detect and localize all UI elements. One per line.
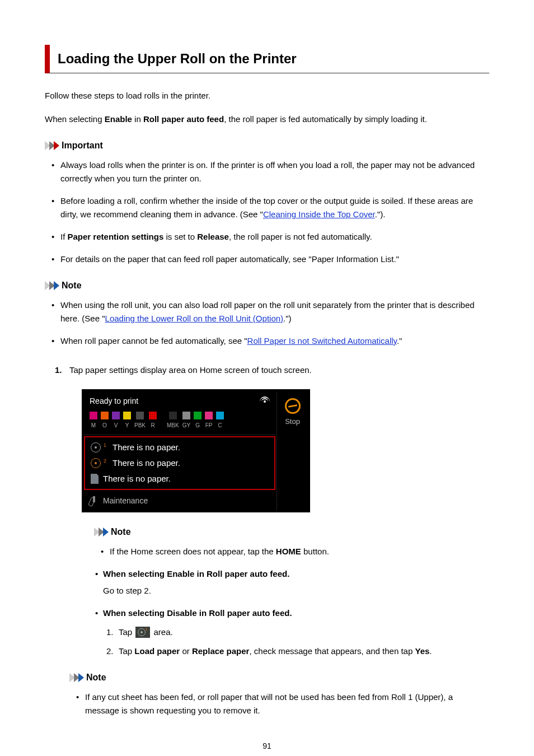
link-loading-lower-roll[interactable]: Loading the Lower Roll on the Roll Unit … <box>105 314 284 323</box>
note-list-3: If any cut sheet has been fed, or roll p… <box>69 690 489 717</box>
roll1-icon <box>91 442 101 452</box>
note-label: Note <box>111 525 131 539</box>
step-1-text: Tap paper settings display area on Home … <box>69 365 312 375</box>
text: area. <box>151 627 172 637</box>
important-item-3: If Paper retention settings is set to Re… <box>60 230 489 244</box>
note-label: Note <box>62 278 82 293</box>
ink-label: Y <box>125 421 129 430</box>
page-number: 91 <box>45 740 489 752</box>
text: When selecting <box>45 114 105 124</box>
note-callout-2: Note If the Home screen does not appear,… <box>94 525 489 558</box>
ink-swatch <box>169 412 177 419</box>
note-header: Note <box>45 278 489 293</box>
case-list: When selecting Enable in Roll paper auto… <box>94 567 489 658</box>
ink-fp: FP <box>205 412 213 430</box>
screen-status-bar: Ready to print <box>84 391 275 408</box>
roll2-icon <box>91 458 101 468</box>
note-list-2: If the Home screen does not appear, tap … <box>94 545 489 558</box>
ink-swatch <box>90 412 97 419</box>
ink-c: C <box>216 412 224 430</box>
ink-y: Y <box>123 412 131 430</box>
ink-label: R <box>151 421 154 430</box>
bold-roll-auto-feed: Roll paper auto feed <box>143 114 224 124</box>
ink-swatch <box>205 412 213 419</box>
note-header: Note <box>94 525 489 539</box>
ink-swatch <box>123 412 131 419</box>
ink-label: G <box>195 421 200 430</box>
ink-label: FP <box>205 421 213 430</box>
important-list: Always load rolls when the printer is on… <box>45 158 489 266</box>
ink-g: G <box>194 412 202 430</box>
ink-m: M <box>90 412 97 430</box>
ink-mbk: MBK <box>167 412 179 430</box>
note3-item-1: If any cut sheet has been fed, or roll p… <box>85 690 489 717</box>
text: If the Home screen does not appear, tap … <box>110 547 276 556</box>
text: ."). <box>375 209 386 219</box>
roll1-status: There is no paper. <box>113 441 180 454</box>
chevrons-icon <box>45 141 58 150</box>
important-item-2: Before loading a roll, confirm whether t… <box>60 194 489 221</box>
bold-yes: Yes <box>415 646 429 656</box>
important-item-1: Always load rolls when the printer is on… <box>60 158 489 185</box>
ink-label: V <box>114 421 118 430</box>
bold-paper-retention: Paper retention settings <box>68 232 164 241</box>
link-cleaning-top-cover[interactable]: Cleaning Inside the Top Cover <box>263 209 375 219</box>
roll1-badge-icon: 1 <box>135 627 150 638</box>
ink-swatch <box>194 412 202 419</box>
page-title: Loading the Upper Roll on the Printer <box>58 48 489 69</box>
chevrons-icon <box>69 673 83 682</box>
bold-replace-paper: Replace paper <box>192 646 250 656</box>
case-disable-step-1: 1. Tap 1 area. <box>119 626 489 639</box>
step-number: 1. <box>55 363 62 377</box>
ink-swatch <box>149 412 157 419</box>
chevrons-icon <box>94 528 107 536</box>
screen-paper-settings-area[interactable]: 1 There is no paper. 2 There is no paper… <box>84 436 275 490</box>
screen-sheet-row: There is no paper. <box>91 472 269 486</box>
screen-roll2-row: 2 There is no paper. <box>91 456 269 470</box>
steps-list: 1. Tap paper settings display area on Ho… <box>45 363 489 717</box>
case-disable-heading: When selecting Disable in Roll paper aut… <box>103 608 292 618</box>
roll2-status: There is no paper. <box>113 456 180 470</box>
text: , the roll paper is fed automatically by… <box>224 114 427 124</box>
ink-swatch <box>182 412 190 419</box>
step-1: 1. Tap paper settings display area on Ho… <box>55 363 489 717</box>
text: , check message that appears, and then t… <box>249 646 415 656</box>
sheet-icon <box>91 474 99 484</box>
text: button. <box>301 547 329 556</box>
ink-group-2: MBKGYGFPC <box>167 412 224 430</box>
ink-swatch <box>136 412 144 419</box>
text: , the roll paper is not fed automaticall… <box>229 232 372 241</box>
ink-pbk: PBK <box>134 412 146 430</box>
link-roll-not-switched[interactable]: Roll Paper Is not Switched Automatically <box>247 336 397 346</box>
case-enable-body: Go to step 2. <box>103 584 489 598</box>
screen-stop-button[interactable]: Stop <box>277 391 308 511</box>
ink-o: O <box>101 412 109 430</box>
text: is set to <box>163 232 197 241</box>
note-list-1: When using the roll unit, you can also l… <box>45 298 489 348</box>
substep-number: 2. <box>106 645 114 658</box>
screen-maintenance-row: Maintenance <box>84 491 275 510</box>
ink-swatch <box>216 412 224 419</box>
case-disable-steps: 1. Tap 1 area. 2. Tap Load paper or Repl… <box>103 626 489 658</box>
bold-release: Release <box>197 232 229 241</box>
case-enable-heading: When selecting Enable in Roll paper auto… <box>103 569 289 578</box>
text: ." <box>397 336 402 346</box>
ink-label: M <box>91 421 96 430</box>
ink-label: MBK <box>167 421 179 430</box>
note-label: Note <box>86 670 106 685</box>
ink-label: C <box>218 421 222 430</box>
maintenance-label: Maintenance <box>103 494 148 507</box>
text: Tap <box>119 646 134 656</box>
text: Tap <box>119 627 134 637</box>
important-label: Important <box>62 138 103 153</box>
screen-ink-levels: MOVYPBKR MBKGYGFPC <box>84 409 275 435</box>
ink-v: V <box>112 412 120 430</box>
note1-item-1: When using the roll unit, you can also l… <box>60 298 489 325</box>
sheet-status: There is no paper. <box>103 472 171 486</box>
page-title-bar: Loading the Upper Roll on the Printer <box>45 45 489 73</box>
screen-roll1-row: 1 There is no paper. <box>91 441 269 454</box>
ink-label: PBK <box>134 421 146 430</box>
note-callout-1: Note When using the roll unit, you can a… <box>45 278 489 348</box>
wifi-icon <box>260 395 270 403</box>
case-disable: When selecting Disable in Roll paper aut… <box>103 606 489 658</box>
